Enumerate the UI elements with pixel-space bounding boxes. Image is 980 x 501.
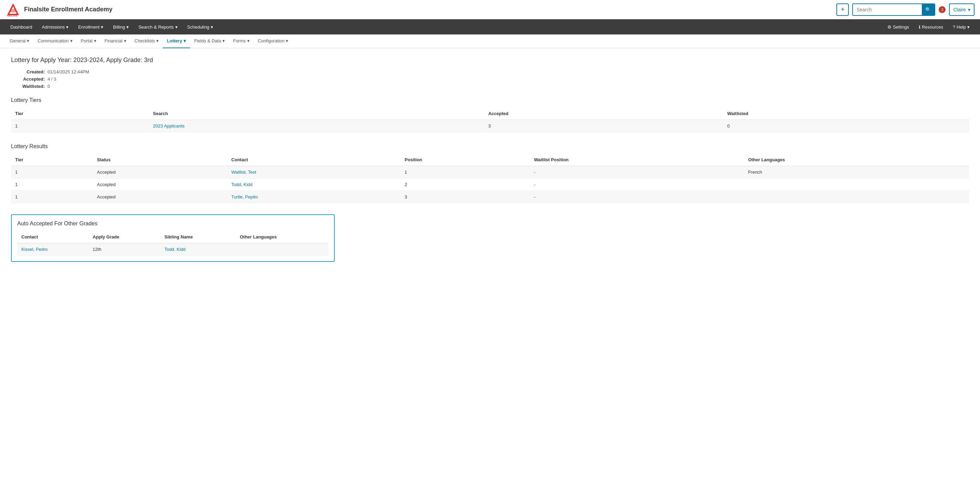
sub-nav-checklists[interactable]: Checklists ▾ [130,35,163,48]
search-button[interactable]: 🔍 [922,4,935,15]
sub-nav-financial[interactable]: Financial ▾ [100,35,130,48]
sub-nav-portal[interactable]: Portal ▾ [77,35,100,48]
svg-text:FINALSITE: FINALSITE [7,15,18,17]
lottery-results-title: Lottery Results [11,144,969,150]
nav-item-enrollment[interactable]: Enrollment ▾ [73,19,108,35]
col-waitlisted: Waitlisted [723,107,969,120]
tier-cell: 1 [11,120,149,132]
created-value: 01/14/2025 12:44PM [48,69,89,74]
table-row: Kissel, Pedro 12th Todd, Kidd [17,243,328,256]
chevron-icon: ▾ [70,38,73,43]
col-tier: Tier [11,154,93,166]
waitlist-pos-cell: - [530,191,744,203]
logo-area: FINALSITE Finalsite Enrollment Academy [5,2,837,17]
top-header: FINALSITE Finalsite Enrollment Academy +… [0,0,980,19]
col-waitlist-position: Waitlist Position [530,154,744,166]
chevron-icon: ▾ [175,24,178,30]
auto-accepted-title: Auto Accepted For Other Grades [17,220,328,227]
sub-nav-forms[interactable]: Forms ▾ [229,35,254,48]
waitlist-pos-cell: - [530,166,744,179]
chevron-icon: ▾ [223,38,225,43]
gear-icon: ⚙ [888,24,891,30]
main-content: Lottery for Apply Year: 2023-2024, Apply… [0,48,980,270]
nav-right: ⚙ Settings ℹ Resources ? Help ▾ [883,19,975,35]
waitlisted-value: 0 [48,84,50,89]
contact-link[interactable]: Todd, Kidd [231,182,252,187]
sibling-link[interactable]: Todd, Kidd [165,247,186,252]
nav-item-admissions[interactable]: Admissions ▾ [37,19,73,35]
col-position: Position [401,154,530,166]
sub-nav-lottery[interactable]: Lottery ▾ [163,35,190,48]
sub-nav-configuration[interactable]: Configuration ▾ [254,35,292,48]
created-row: Created: 01/14/2025 12:44PM [14,69,969,74]
languages-cell: French [744,166,969,179]
auto-accepted-table: Contact Apply Grade Sibling Name Other L… [17,231,328,256]
chevron-icon: ▾ [27,38,29,43]
sub-nav-communication[interactable]: Communication ▾ [33,35,76,48]
created-label: Created: [14,69,45,74]
lottery-tiers-table: Tier Search Accepted Waitlisted 1 2023 A… [11,107,969,132]
nav-settings[interactable]: ⚙ Settings [883,19,914,35]
help-icon: ? [953,24,955,30]
col-accepted: Accepted [484,107,723,120]
nav-item-billing[interactable]: Billing ▾ [108,19,134,35]
search-input[interactable] [853,4,922,15]
contact-cell: Kissel, Pedro [17,243,89,256]
waitlisted-row: Waitlisted: 0 [14,84,969,89]
sibling-name-cell: Todd, Kidd [161,243,236,256]
user-name: Claire [953,7,966,13]
chevron-icon: ▾ [94,38,96,43]
chevron-icon: ▾ [286,38,288,43]
languages-cell [744,179,969,191]
sub-nav-fields-data[interactable]: Fields & Data ▾ [190,35,229,48]
info-icon: ℹ [919,24,920,30]
search-link[interactable]: 2023 Applicants [153,123,185,129]
sub-nav-general[interactable]: General ▾ [5,35,33,48]
table-row: 1 Accepted Todd, Kidd 2 - [11,179,969,191]
position-cell: 1 [401,166,530,179]
nav-item-search-reports[interactable]: Search & Reports ▾ [134,19,183,35]
add-button[interactable]: + [837,3,849,16]
col-search: Search [149,107,484,120]
contact-cell: Waitlist, Test [227,166,401,179]
tier-cell: 1 [11,179,93,191]
status-cell: Accepted [93,191,227,203]
accepted-value: 4 / 3 [48,77,56,82]
nav-resources[interactable]: ℹ Resources [914,19,948,35]
accepted-row: Accepted: 4 / 3 [14,77,969,82]
chevron-icon: ▾ [126,24,129,30]
nav-item-dashboard[interactable]: Dashboard [5,19,37,35]
user-menu-button[interactable]: Claire ▾ [949,3,975,16]
main-nav: Dashboard Admissions ▾ Enrollment ▾ Bill… [0,19,980,35]
accepted-label: Accepted: [14,77,45,82]
chevron-icon: ▾ [156,38,159,43]
contact-link[interactable]: Turtle, Pepito [231,194,258,199]
chevron-icon: ▾ [124,38,126,43]
chevron-icon: ▾ [967,24,970,30]
logo-icon: FINALSITE [5,2,21,17]
col-status: Status [93,154,227,166]
col-contact: Contact [227,154,401,166]
lottery-results-table: Tier Status Contact Position Waitlist Po… [11,154,969,203]
waitlisted-label: Waitlisted: [14,84,45,89]
chevron-icon: ▾ [66,24,68,30]
meta-table: Created: 01/14/2025 12:44PM Accepted: 4 … [14,69,969,89]
nav-item-scheduling[interactable]: Scheduling ▾ [183,19,218,35]
contact-link[interactable]: Kissel, Pedro [21,247,48,252]
search-box: 🔍 [852,3,935,16]
contact-link[interactable]: Waitlist, Test [231,169,256,175]
languages-cell [744,191,969,203]
auto-accepted-box: Auto Accepted For Other Grades Contact A… [11,214,335,262]
languages-cell [235,243,328,256]
user-badge: 3 [939,6,945,13]
contact-cell: Todd, Kidd [227,179,401,191]
col-other-languages: Other Languages [235,231,328,243]
apply-grade-cell: 12th [89,243,161,256]
col-apply-grade: Apply Grade [89,231,161,243]
col-tier: Tier [11,107,149,120]
col-sibling-name: Sibling Name [161,231,236,243]
chevron-icon: ▾ [247,38,250,43]
app-title: Finalsite Enrollment Academy [24,6,112,13]
waitlist-pos-cell: - [530,179,744,191]
nav-help[interactable]: ? Help ▾ [948,19,975,35]
